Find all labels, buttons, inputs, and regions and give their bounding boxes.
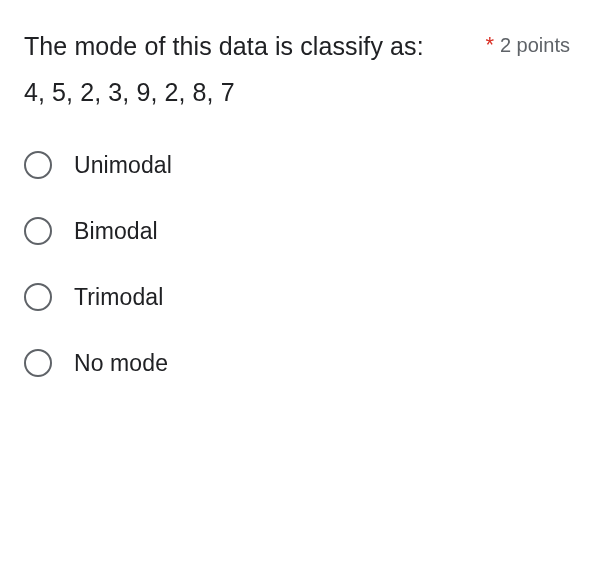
option-no-mode[interactable]: No mode bbox=[24, 349, 570, 377]
points-wrapper: * 2 points bbox=[485, 32, 570, 58]
radio-icon[interactable] bbox=[24, 349, 52, 377]
radio-icon[interactable] bbox=[24, 151, 52, 179]
option-label: Unimodal bbox=[74, 152, 172, 179]
options-group: Unimodal Bimodal Trimodal No mode bbox=[24, 151, 570, 377]
question-data-line: 4, 5, 2, 3, 9, 2, 8, 7 bbox=[24, 74, 570, 112]
radio-icon[interactable] bbox=[24, 283, 52, 311]
radio-icon[interactable] bbox=[24, 217, 52, 245]
points-label: 2 points bbox=[500, 34, 570, 57]
option-label: No mode bbox=[74, 350, 168, 377]
option-label: Bimodal bbox=[74, 218, 158, 245]
option-unimodal[interactable]: Unimodal bbox=[24, 151, 570, 179]
option-bimodal[interactable]: Bimodal bbox=[24, 217, 570, 245]
option-label: Trimodal bbox=[74, 284, 163, 311]
option-trimodal[interactable]: Trimodal bbox=[24, 283, 570, 311]
question-title: The mode of this data is classify as: bbox=[24, 28, 469, 66]
question-header: The mode of this data is classify as: * … bbox=[24, 28, 570, 66]
required-asterisk-icon: * bbox=[485, 32, 494, 58]
